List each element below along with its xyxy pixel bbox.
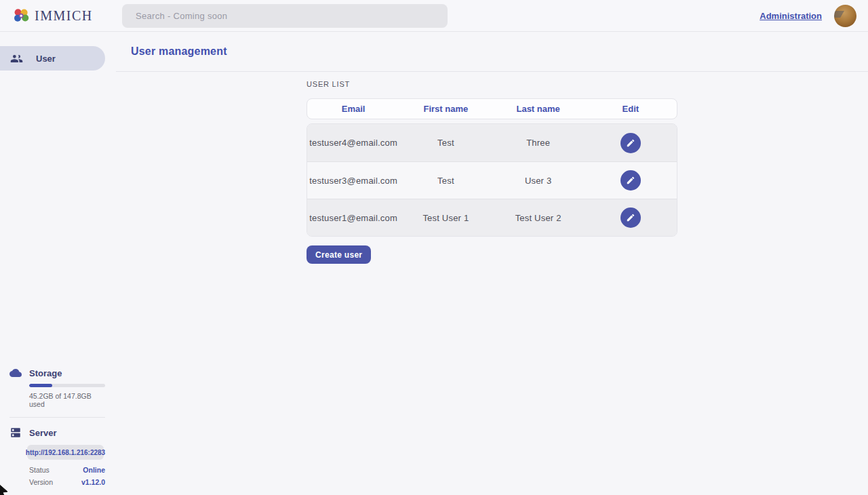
page-header: User management	[116, 32, 868, 72]
server-title: Server	[29, 428, 56, 438]
cloud-icon	[9, 367, 22, 379]
status-value: Online	[83, 466, 105, 474]
table-row: testuser3@email.com Test User 3	[307, 161, 677, 199]
storage-title: Storage	[29, 368, 62, 378]
cell-email: testuser1@email.com	[307, 213, 399, 223]
storage-progress-bar	[29, 384, 105, 387]
cell-last-name: Test User 2	[492, 213, 585, 223]
page-title: User management	[131, 45, 227, 58]
table-header-row: Email First name Last name Edit	[307, 98, 677, 119]
avatar[interactable]	[834, 5, 856, 27]
server-status-row: Status Online	[29, 466, 105, 474]
version-value: v1.12.0	[81, 478, 105, 486]
sidebar-item-user[interactable]: User	[0, 46, 105, 71]
sidebar-divider	[9, 417, 105, 418]
storage-usage-text: 45.2GB of 147.8GB used	[29, 392, 105, 408]
cell-first-name: Test	[399, 176, 492, 186]
section-title: USER LIST	[307, 80, 677, 88]
user-list-section: USER LIST Email First name Last name Edi…	[307, 72, 677, 264]
sidebar: User Storage 45.2GB of 147.8GB used	[0, 32, 116, 495]
status-label: Status	[29, 466, 50, 474]
brand-title: IMMICH	[35, 8, 93, 24]
table-row: testuser4@email.com Test Three	[307, 124, 677, 161]
users-icon	[10, 52, 23, 65]
cell-first-name: Test User 1	[399, 213, 492, 223]
column-header-edit: Edit	[585, 104, 677, 114]
table-row: testuser1@email.com Test User 1 Test Use…	[307, 199, 677, 236]
edit-user-button[interactable]	[620, 170, 641, 191]
create-user-button[interactable]: Create user	[307, 245, 371, 264]
cell-email: testuser4@email.com	[307, 138, 399, 148]
column-header-email: Email	[307, 104, 399, 114]
main-content: User management USER LIST Email First na…	[116, 32, 868, 495]
sidebar-footer: Storage 45.2GB of 147.8GB used Server ht…	[0, 367, 116, 486]
storage-progress-fill	[29, 384, 52, 387]
administration-link[interactable]: Administration	[760, 11, 822, 21]
server-icon	[9, 427, 22, 439]
server-version-row: Version v1.12.0	[29, 478, 105, 486]
pencil-icon	[626, 213, 635, 222]
storage-section-header: Storage	[9, 367, 105, 379]
server-section-header: Server	[9, 427, 105, 439]
pencil-icon	[626, 176, 635, 185]
brand: IMMICH	[12, 7, 114, 24]
cell-first-name: Test	[399, 138, 492, 148]
search-input[interactable]	[122, 4, 448, 28]
edit-user-button[interactable]	[620, 207, 641, 228]
navbar-right: Administration	[760, 0, 856, 32]
column-header-last-name: Last name	[492, 104, 585, 114]
user-table: testuser4@email.com Test Three	[307, 123, 677, 237]
version-label: Version	[29, 478, 53, 486]
column-header-first-name: First name	[399, 104, 492, 114]
cell-email: testuser3@email.com	[307, 176, 399, 186]
sidebar-item-label: User	[36, 54, 56, 64]
top-navbar: IMMICH Administration	[0, 0, 868, 32]
pencil-icon	[626, 138, 635, 148]
cell-last-name: User 3	[492, 176, 585, 186]
cell-last-name: Three	[492, 138, 585, 148]
server-url-chip: http://192.168.1.216:2283	[27, 445, 104, 460]
immich-logo-icon	[12, 7, 30, 24]
edit-user-button[interactable]	[620, 133, 641, 153]
